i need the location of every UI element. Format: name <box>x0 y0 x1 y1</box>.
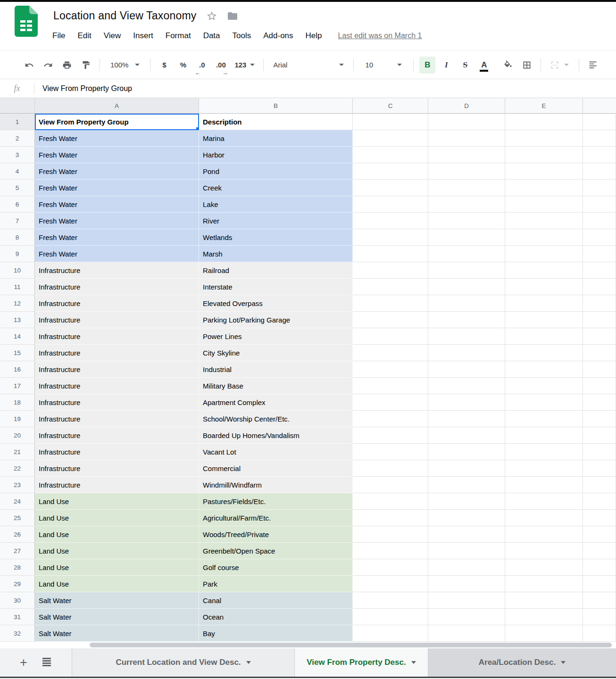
italic-button[interactable]: I <box>438 57 454 74</box>
cell[interactable] <box>505 328 583 345</box>
row-header[interactable]: 30 <box>0 592 35 609</box>
cell[interactable] <box>353 510 428 526</box>
row-header[interactable]: 26 <box>0 526 35 543</box>
cell-group[interactable]: Fresh Water <box>35 130 199 147</box>
cell[interactable] <box>353 262 428 279</box>
cell-description[interactable]: Pastures/Fields/Etc. <box>199 493 353 510</box>
cell[interactable] <box>353 460 428 477</box>
cell[interactable] <box>583 345 616 361</box>
menu-edit[interactable]: Edit <box>77 31 91 41</box>
cell[interactable]: Description <box>199 114 353 130</box>
cell[interactable] <box>583 378 616 394</box>
cell-description[interactable]: Vacant Lot <box>199 444 353 460</box>
horizontal-scrollbar[interactable] <box>90 643 612 647</box>
cell[interactable] <box>583 543 616 559</box>
row-header[interactable]: 25 <box>0 510 35 526</box>
cell[interactable] <box>583 427 616 444</box>
paint-format-button[interactable] <box>78 57 94 74</box>
cell-group[interactable]: Land Use <box>35 559 199 576</box>
last-edit-link[interactable]: Last edit was on March 1 <box>338 32 422 40</box>
format-currency-button[interactable]: $ <box>156 57 172 74</box>
merge-options-button[interactable] <box>562 57 571 74</box>
cell[interactable] <box>583 279 616 295</box>
cell-description[interactable]: River <box>199 213 353 229</box>
cell[interactable] <box>583 559 616 576</box>
cell[interactable] <box>583 213 616 229</box>
cell-description[interactable]: Marina <box>199 130 353 147</box>
column-header-b[interactable]: B <box>199 98 353 114</box>
cell[interactable] <box>583 477 616 493</box>
row-header[interactable]: 10 <box>0 262 35 279</box>
cell-group[interactable]: Infrastructure <box>35 444 199 460</box>
cell[interactable] <box>428 625 505 642</box>
cell-description[interactable]: Boarded Up Homes/Vandalism <box>199 427 353 444</box>
row-header[interactable]: 11 <box>0 279 35 295</box>
cell[interactable] <box>428 345 505 361</box>
row-header[interactable]: 32 <box>0 625 35 642</box>
cell-group[interactable]: Fresh Water <box>35 196 199 213</box>
cell[interactable] <box>583 394 616 411</box>
cell[interactable] <box>583 625 616 642</box>
print-button[interactable] <box>59 57 75 74</box>
cell-description[interactable]: Apartment Complex <box>199 394 353 411</box>
fill-color-button[interactable] <box>500 57 516 74</box>
cell[interactable] <box>353 312 428 328</box>
cell-group[interactable]: Fresh Water <box>35 180 199 196</box>
cell[interactable] <box>428 592 505 609</box>
cell[interactable] <box>428 493 505 510</box>
cell[interactable] <box>505 295 583 312</box>
cell[interactable] <box>428 411 505 427</box>
cell[interactable] <box>428 229 505 246</box>
cell[interactable] <box>583 130 616 147</box>
cell[interactable] <box>505 345 583 361</box>
cell[interactable] <box>428 559 505 576</box>
cell-group[interactable]: Land Use <box>35 543 199 559</box>
cell-description[interactable]: Windmill/Windfarm <box>199 477 353 493</box>
cell[interactable] <box>428 163 505 180</box>
cell[interactable] <box>428 460 505 477</box>
cell[interactable] <box>505 394 583 411</box>
cell[interactable] <box>353 147 428 163</box>
star-icon[interactable] <box>206 10 217 22</box>
cell[interactable] <box>428 394 505 411</box>
cell-description[interactable]: Marsh <box>199 246 353 262</box>
cell[interactable] <box>353 559 428 576</box>
decrease-decimals-button[interactable]: .0 ← <box>194 57 210 74</box>
cell[interactable] <box>505 213 583 229</box>
sheet-tab-area-location[interactable]: Area/Location Desc. <box>428 648 616 677</box>
bold-button[interactable]: B <box>419 57 435 74</box>
menu-view[interactable]: View <box>104 31 121 41</box>
cell[interactable] <box>428 213 505 229</box>
strikethrough-button[interactable]: S <box>457 57 473 74</box>
cell[interactable] <box>353 213 428 229</box>
column-header-partial[interactable] <box>583 98 616 114</box>
cell[interactable] <box>583 526 616 543</box>
cell[interactable] <box>505 130 583 147</box>
cell-group[interactable]: Infrastructure <box>35 361 199 378</box>
cell-group[interactable]: Land Use <box>35 576 199 592</box>
cell[interactable] <box>353 526 428 543</box>
cell[interactable] <box>505 427 583 444</box>
cell[interactable] <box>353 196 428 213</box>
cell[interactable] <box>583 328 616 345</box>
menu-insert[interactable]: Insert <box>133 31 153 41</box>
cell[interactable] <box>583 295 616 312</box>
cell[interactable] <box>505 559 583 576</box>
cell[interactable] <box>353 130 428 147</box>
merge-cells-button[interactable] <box>547 57 563 74</box>
cell-group[interactable]: Infrastructure <box>35 279 199 295</box>
cell-group[interactable]: Salt Water <box>35 592 199 609</box>
cell[interactable] <box>583 246 616 262</box>
cell[interactable] <box>583 361 616 378</box>
selected-cell-a1[interactable]: View From Property Group <box>35 114 199 130</box>
cell[interactable] <box>505 444 583 460</box>
horizontal-align-button[interactable] <box>585 57 601 74</box>
cell[interactable] <box>505 592 583 609</box>
cell[interactable] <box>428 328 505 345</box>
cell-group[interactable]: Fresh Water <box>35 163 199 180</box>
cell[interactable] <box>353 361 428 378</box>
row-header[interactable]: 24 <box>0 493 35 510</box>
cell[interactable] <box>505 493 583 510</box>
cell[interactable] <box>353 180 428 196</box>
cell-description[interactable]: School/Worship Center/Etc. <box>199 411 353 427</box>
